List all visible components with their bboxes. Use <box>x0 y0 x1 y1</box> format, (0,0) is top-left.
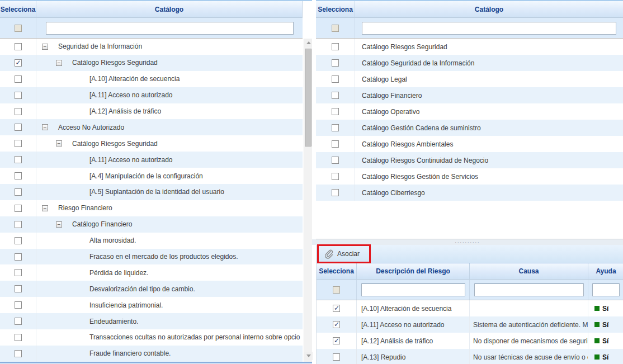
minus-box-icon[interactable]: − <box>56 221 62 228</box>
row-checkbox[interactable] <box>15 221 22 228</box>
risk-row[interactable]: [A.11] Acceso no autorizadoSistema de au… <box>317 316 623 333</box>
scroll-down-button[interactable] <box>304 352 313 360</box>
tree-row[interactable]: −Catálogo Financiero <box>0 216 303 233</box>
row-checkbox[interactable] <box>15 350 22 357</box>
row-checkbox[interactable] <box>332 59 339 67</box>
row-checkbox[interactable] <box>15 285 22 292</box>
left-search-input[interactable] <box>46 22 294 35</box>
tree-row[interactable]: [A.10] Alteración de secuencia <box>0 71 303 87</box>
tree-row[interactable]: Desvalorización del tipo de cambio. <box>0 281 303 297</box>
tree-row[interactable]: −Catálogo Riesgos Seguridad <box>0 135 303 152</box>
splitter-grip-icon: .......... <box>455 240 480 242</box>
row-checkbox[interactable] <box>15 301 22 309</box>
tree-row[interactable]: Pérdida de liquidez. <box>0 264 303 281</box>
catalog-row[interactable]: Catálogo Riesgos Ambientales <box>316 136 623 152</box>
left-vertical-scrollbar[interactable] <box>304 39 312 362</box>
row-checkbox[interactable] <box>15 253 22 261</box>
risks-col-header-descripcion[interactable]: Descripción del Riesgo <box>357 263 470 280</box>
right-col-header-selecciona[interactable]: Selecciona <box>316 1 355 18</box>
row-checkbox[interactable] <box>333 305 340 312</box>
catalog-row[interactable]: Catálogo Financiero <box>316 87 623 103</box>
row-checkbox[interactable] <box>15 318 22 325</box>
right-search-input[interactable] <box>362 22 616 35</box>
causa-filter-input[interactable] <box>474 283 584 296</box>
catalog-row[interactable]: Catálogo Riesgos Continuidad de Negocio <box>316 152 623 168</box>
minus-box-icon[interactable]: − <box>42 44 48 50</box>
row-checkbox[interactable] <box>332 189 339 196</box>
tree-label: Alta morosidad. <box>89 237 136 244</box>
row-checkbox[interactable] <box>15 205 22 212</box>
row-select-cell <box>316 185 355 201</box>
risks-select-all-checkbox[interactable] <box>333 286 340 294</box>
catalog-row[interactable]: Catálogo Operativo <box>316 103 623 120</box>
row-checkbox[interactable] <box>15 237 22 244</box>
tree-row[interactable]: Endeudamiento. <box>0 313 303 329</box>
row-checkbox[interactable] <box>15 75 22 83</box>
row-checkbox[interactable] <box>15 269 22 276</box>
row-select-cell <box>0 87 36 103</box>
risks-col-header-causa[interactable]: Causa <box>470 263 588 280</box>
row-checkbox[interactable] <box>15 188 22 196</box>
descripcion-filter-input[interactable] <box>361 283 465 296</box>
left-col-header-selecciona[interactable]: Selecciona <box>0 1 36 18</box>
minus-box-icon[interactable]: − <box>56 140 62 146</box>
row-checkbox[interactable] <box>332 108 339 115</box>
row-checkbox[interactable] <box>15 59 22 67</box>
row-checkbox[interactable] <box>332 140 339 148</box>
minus-box-icon[interactable]: − <box>42 205 48 211</box>
catalog-row[interactable]: Catálogo Ciberriesgo <box>316 185 623 201</box>
left-select-all-checkbox[interactable] <box>15 25 22 32</box>
ayuda-filter-input[interactable] <box>592 283 620 296</box>
row-checkbox[interactable] <box>15 43 22 50</box>
tree-row[interactable]: [A.4] Manipulación de la configuración <box>0 168 303 184</box>
catalog-row[interactable]: Catálogo Gestión Cadena de suministro <box>316 120 623 136</box>
tree-row[interactable]: [A.5] Suplantación de la identidad del u… <box>0 184 303 200</box>
tree-row[interactable]: −Catálogo Riesgos Seguridad <box>0 55 303 71</box>
scrollbar-thumb[interactable] <box>305 49 312 146</box>
row-checkbox[interactable] <box>15 92 22 99</box>
risks-col-header-ayuda[interactable]: Ayuda <box>588 263 623 280</box>
tree-row[interactable]: −Seguridad de la Información <box>0 39 303 55</box>
risk-row[interactable]: [A.10] Alteración de secuenciaSí <box>317 300 623 316</box>
row-checkbox[interactable] <box>333 353 340 361</box>
right-select-all-checkbox[interactable] <box>332 25 339 32</box>
tree-row[interactable]: −Riesgo Financiero <box>0 200 303 216</box>
minus-box-icon[interactable]: − <box>56 60 62 66</box>
row-checkbox[interactable] <box>15 108 22 115</box>
row-checkbox[interactable] <box>15 172 22 179</box>
catalog-row[interactable]: Catálogo Riesgos Gestión de Servicios <box>316 168 623 185</box>
tree-row[interactable]: −Acceso No Autorizado <box>0 119 303 135</box>
tree-row[interactable]: [A.12] Análisis de tráfico <box>0 103 303 120</box>
tree-row[interactable]: Fracaso en el mercado de los productos e… <box>0 249 303 265</box>
minus-box-icon[interactable]: − <box>42 124 48 130</box>
left-col-header-catalogo[interactable]: Catálogo <box>36 1 303 18</box>
risks-col-header-selecciona[interactable]: Selecciona <box>317 263 357 280</box>
row-checkbox[interactable] <box>332 173 339 180</box>
row-checkbox[interactable] <box>15 334 22 341</box>
tree-row[interactable]: Fraude financiero contable. <box>0 346 303 362</box>
risk-row[interactable]: [A.12] Análisis de tráficoNo disponer de… <box>317 333 623 349</box>
row-checkbox[interactable] <box>332 43 339 50</box>
ayuda-value: Sí <box>602 305 608 313</box>
row-checkbox[interactable] <box>333 321 340 328</box>
tree-row[interactable]: Alta morosidad. <box>0 233 303 249</box>
asociar-button[interactable]: Asociar <box>319 249 360 259</box>
row-checkbox[interactable] <box>15 124 22 131</box>
row-checkbox[interactable] <box>332 124 339 131</box>
tree-row[interactable]: Transacciones ocultas no autorizadas por… <box>0 329 303 346</box>
scroll-up-button[interactable] <box>304 39 313 47</box>
catalog-row[interactable]: Catálogo Seguridad de la Información <box>316 55 623 71</box>
catalog-row[interactable]: Catálogo Legal <box>316 71 623 87</box>
row-checkbox[interactable] <box>333 337 340 344</box>
risk-row[interactable]: [A.13] RepudioNo usar técnicas de acuse … <box>317 349 623 364</box>
row-checkbox[interactable] <box>332 75 339 83</box>
tree-row[interactable]: [A.11] Acceso no autorizado <box>0 87 303 103</box>
row-checkbox[interactable] <box>15 140 22 147</box>
row-checkbox[interactable] <box>332 157 339 164</box>
row-checkbox[interactable] <box>332 92 339 99</box>
right-col-header-catalogo[interactable]: Catálogo <box>355 1 623 18</box>
tree-row[interactable]: [A.11] Acceso no autorizado <box>0 152 303 168</box>
tree-row[interactable]: Insuficiencia patrimonial. <box>0 297 303 313</box>
row-checkbox[interactable] <box>15 156 22 163</box>
catalog-row[interactable]: Catálogo Riesgos Seguridad <box>316 39 623 55</box>
